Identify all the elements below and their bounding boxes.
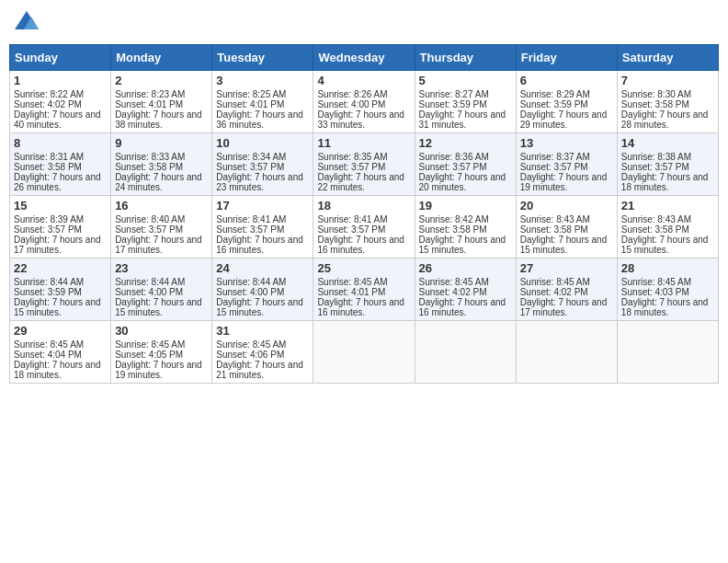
sunrise: Sunrise: 8:23 AM bbox=[115, 89, 185, 99]
sunrise: Sunrise: 8:45 AM bbox=[317, 277, 387, 287]
calendar-cell: 7Sunrise: 8:30 AMSunset: 3:58 PMDaylight… bbox=[617, 71, 718, 133]
daylight: Daylight: 7 hours and 36 minutes. bbox=[216, 109, 303, 130]
calendar-cell bbox=[313, 321, 415, 384]
daylight: Daylight: 7 hours and 15 minutes. bbox=[621, 235, 709, 255]
calendar-cell: 15Sunrise: 8:39 AMSunset: 3:57 PMDayligh… bbox=[10, 196, 111, 259]
day-number: 15 bbox=[14, 199, 107, 213]
sunset: Sunset: 3:57 PM bbox=[621, 162, 689, 172]
day-number: 13 bbox=[520, 136, 613, 150]
sunset: Sunset: 4:05 PM bbox=[115, 350, 183, 360]
sunrise: Sunrise: 8:45 AM bbox=[216, 339, 286, 350]
sunrise: Sunrise: 8:22 AM bbox=[14, 89, 84, 99]
calendar-header: SundayMondayTuesdayWednesdayThursdayFrid… bbox=[10, 45, 719, 71]
calendar-week-2: 8Sunrise: 8:31 AMSunset: 3:58 PMDaylight… bbox=[10, 133, 719, 196]
day-number: 3 bbox=[216, 74, 309, 87]
page-header bbox=[9, 9, 719, 37]
daylight: Daylight: 7 hours and 16 minutes. bbox=[216, 235, 303, 255]
day-number: 6 bbox=[520, 74, 613, 87]
sunrise: Sunrise: 8:44 AM bbox=[14, 277, 84, 287]
day-number: 22 bbox=[14, 261, 107, 275]
weekday-thursday: Thursday bbox=[415, 45, 516, 71]
day-number: 14 bbox=[621, 136, 714, 150]
calendar-cell: 22Sunrise: 8:44 AMSunset: 3:59 PMDayligh… bbox=[10, 259, 111, 321]
daylight: Daylight: 7 hours and 38 minutes. bbox=[115, 109, 202, 130]
calendar-cell: 28Sunrise: 8:45 AMSunset: 4:03 PMDayligh… bbox=[617, 259, 718, 321]
sunset: Sunset: 3:59 PM bbox=[14, 287, 82, 297]
calendar-cell: 31Sunrise: 8:45 AMSunset: 4:06 PMDayligh… bbox=[212, 321, 313, 384]
day-number: 28 bbox=[621, 261, 714, 275]
sunset: Sunset: 3:57 PM bbox=[317, 224, 385, 235]
calendar-cell bbox=[617, 321, 718, 384]
calendar-cell: 9Sunrise: 8:33 AMSunset: 3:58 PMDaylight… bbox=[111, 133, 212, 196]
logo-icon bbox=[13, 9, 40, 37]
calendar-cell: 18Sunrise: 8:41 AMSunset: 3:57 PMDayligh… bbox=[313, 196, 415, 259]
daylight: Daylight: 7 hours and 15 minutes. bbox=[419, 235, 506, 255]
sunset: Sunset: 3:57 PM bbox=[520, 162, 588, 172]
daylight: Daylight: 7 hours and 16 minutes. bbox=[317, 235, 404, 255]
daylight: Daylight: 7 hours and 15 minutes. bbox=[520, 235, 608, 255]
sunset: Sunset: 4:01 PM bbox=[216, 99, 284, 109]
calendar-cell: 20Sunrise: 8:43 AMSunset: 3:58 PMDayligh… bbox=[516, 196, 617, 259]
sunset: Sunset: 4:04 PM bbox=[14, 350, 82, 360]
day-number: 11 bbox=[317, 136, 410, 150]
sunset: Sunset: 4:01 PM bbox=[115, 99, 183, 109]
calendar-cell: 17Sunrise: 8:41 AMSunset: 3:57 PMDayligh… bbox=[212, 196, 313, 259]
sunset: Sunset: 3:57 PM bbox=[14, 224, 82, 235]
daylight: Daylight: 7 hours and 18 minutes. bbox=[621, 172, 709, 192]
day-number: 5 bbox=[419, 74, 512, 87]
calendar-cell: 11Sunrise: 8:35 AMSunset: 3:57 PMDayligh… bbox=[313, 133, 415, 196]
calendar-cell: 26Sunrise: 8:45 AMSunset: 4:02 PMDayligh… bbox=[415, 259, 516, 321]
calendar-cell: 30Sunrise: 8:45 AMSunset: 4:05 PMDayligh… bbox=[111, 321, 212, 384]
calendar-week-3: 15Sunrise: 8:39 AMSunset: 3:57 PMDayligh… bbox=[10, 196, 719, 259]
daylight: Daylight: 7 hours and 21 minutes. bbox=[216, 360, 303, 380]
day-number: 21 bbox=[621, 199, 714, 213]
calendar-cell: 4Sunrise: 8:26 AMSunset: 4:00 PMDaylight… bbox=[313, 71, 415, 133]
day-number: 27 bbox=[520, 261, 613, 275]
day-number: 29 bbox=[14, 324, 107, 338]
daylight: Daylight: 7 hours and 33 minutes. bbox=[317, 109, 404, 130]
daylight: Daylight: 7 hours and 17 minutes. bbox=[115, 235, 202, 255]
day-number: 26 bbox=[419, 261, 512, 275]
sunset: Sunset: 3:58 PM bbox=[14, 162, 82, 172]
logo bbox=[13, 9, 42, 37]
sunrise: Sunrise: 8:40 AM bbox=[115, 214, 185, 224]
sunset: Sunset: 4:02 PM bbox=[520, 287, 588, 297]
sunset: Sunset: 3:57 PM bbox=[317, 162, 385, 172]
sunset: Sunset: 3:57 PM bbox=[216, 162, 284, 172]
calendar-cell: 2Sunrise: 8:23 AMSunset: 4:01 PMDaylight… bbox=[111, 71, 212, 133]
daylight: Daylight: 7 hours and 24 minutes. bbox=[115, 172, 202, 192]
daylight: Daylight: 7 hours and 40 minutes. bbox=[14, 109, 101, 130]
daylight: Daylight: 7 hours and 20 minutes. bbox=[419, 172, 506, 192]
daylight: Daylight: 7 hours and 22 minutes. bbox=[317, 172, 404, 192]
sunrise: Sunrise: 8:45 AM bbox=[115, 339, 185, 350]
sunset: Sunset: 3:58 PM bbox=[419, 224, 487, 235]
daylight: Daylight: 7 hours and 16 minutes. bbox=[419, 297, 506, 317]
daylight: Daylight: 7 hours and 26 minutes. bbox=[14, 172, 101, 192]
calendar-body: 1Sunrise: 8:22 AMSunset: 4:02 PMDaylight… bbox=[10, 71, 719, 384]
day-number: 18 bbox=[317, 199, 410, 213]
calendar-cell: 24Sunrise: 8:44 AMSunset: 4:00 PMDayligh… bbox=[212, 259, 313, 321]
weekday-tuesday: Tuesday bbox=[212, 45, 313, 71]
daylight: Daylight: 7 hours and 17 minutes. bbox=[520, 297, 608, 317]
sunrise: Sunrise: 8:25 AM bbox=[216, 89, 286, 99]
weekday-monday: Monday bbox=[111, 45, 212, 71]
sunset: Sunset: 3:59 PM bbox=[419, 99, 487, 109]
day-number: 1 bbox=[14, 74, 107, 87]
day-number: 8 bbox=[14, 136, 107, 150]
day-number: 12 bbox=[419, 136, 512, 150]
daylight: Daylight: 7 hours and 28 minutes. bbox=[621, 109, 709, 130]
sunrise: Sunrise: 8:44 AM bbox=[115, 277, 185, 287]
sunrise: Sunrise: 8:36 AM bbox=[419, 152, 489, 162]
calendar-cell: 6Sunrise: 8:29 AMSunset: 3:59 PMDaylight… bbox=[516, 71, 617, 133]
day-number: 4 bbox=[317, 74, 410, 87]
day-number: 24 bbox=[216, 261, 309, 275]
sunset: Sunset: 3:58 PM bbox=[621, 224, 689, 235]
sunrise: Sunrise: 8:35 AM bbox=[317, 152, 387, 162]
calendar-cell: 13Sunrise: 8:37 AMSunset: 3:57 PMDayligh… bbox=[516, 133, 617, 196]
weekday-saturday: Saturday bbox=[617, 45, 718, 71]
sunset: Sunset: 4:06 PM bbox=[216, 350, 284, 360]
daylight: Daylight: 7 hours and 15 minutes. bbox=[115, 297, 202, 317]
sunrise: Sunrise: 8:44 AM bbox=[216, 277, 286, 287]
sunrise: Sunrise: 8:33 AM bbox=[115, 152, 185, 162]
sunset: Sunset: 3:57 PM bbox=[419, 162, 487, 172]
